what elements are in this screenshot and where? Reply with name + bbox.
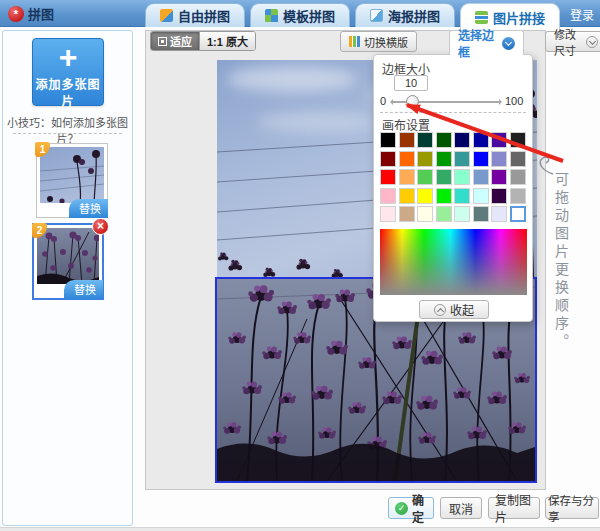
resize-button[interactable]: 修改尺寸	[545, 31, 600, 52]
thumbnail-photo-1	[40, 147, 104, 203]
collapse-button[interactable]: 收起	[419, 300, 489, 319]
border-settings-panel: 边框大小 0 100 画布设置 收起	[373, 54, 533, 322]
bottom-strip	[0, 527, 600, 531]
color-palette	[380, 132, 526, 222]
confirm-button[interactable]: ✓ 确定	[388, 497, 434, 519]
color-swatch[interactable]	[473, 169, 489, 185]
thumbnail-photo-2-art	[37, 228, 99, 284]
template-collage-icon	[265, 9, 278, 22]
original-size-button[interactable]: 1:1 原大	[199, 32, 255, 50]
color-swatch[interactable]	[491, 206, 507, 222]
fit-view-button[interactable]: 适应	[151, 32, 199, 50]
color-swatch[interactable]	[399, 132, 415, 148]
thumbnail-photo-2	[37, 228, 99, 284]
color-swatch[interactable]	[454, 169, 470, 185]
login-link[interactable]: 登录	[570, 6, 594, 23]
color-swatch[interactable]	[399, 188, 415, 204]
color-swatch[interactable]	[454, 132, 470, 148]
app-window: * 拼图 自由拼图 模板拼图 海报拼图 图片拼接 登录 +	[0, 0, 600, 531]
free-collage-icon	[160, 9, 173, 22]
add-images-label: 添加多张图片	[33, 75, 103, 109]
color-swatch[interactable]	[454, 188, 470, 204]
save-share-button[interactable]: 保存与分享	[545, 497, 599, 519]
handwritten-note: 可拖动图片更换顺序。	[551, 172, 571, 352]
canvas-settings-label: 画布设置	[382, 116, 430, 133]
color-swatch[interactable]	[436, 206, 452, 222]
divider	[13, 133, 122, 134]
color-swatch[interactable]	[436, 188, 452, 204]
color-swatch[interactable]	[436, 132, 452, 148]
divider	[380, 112, 526, 113]
tab-free-collage[interactable]: 自由拼图	[145, 3, 245, 27]
color-swatch[interactable]	[510, 169, 526, 185]
replace-button[interactable]: 替换	[69, 199, 108, 218]
thumbnail-item-1[interactable]: 1 替换	[36, 143, 108, 218]
collapse-label: 收起	[450, 301, 474, 318]
color-swatch[interactable]	[417, 132, 433, 148]
color-swatch[interactable]	[417, 169, 433, 185]
border-size-slider: 0 100	[374, 94, 532, 110]
color-swatch[interactable]	[399, 206, 415, 222]
color-swatch[interactable]	[417, 151, 433, 167]
confirm-label: 确定	[412, 491, 427, 525]
border-size-input[interactable]	[394, 75, 428, 91]
color-swatch[interactable]	[491, 188, 507, 204]
color-swatch[interactable]	[454, 151, 470, 167]
color-swatch[interactable]	[417, 206, 433, 222]
tab-template-collage[interactable]: 模板拼图	[250, 3, 350, 27]
color-swatch[interactable]	[417, 188, 433, 204]
cancel-label: 取消	[449, 500, 473, 517]
image-stitch-icon	[475, 11, 488, 24]
color-swatch[interactable]	[454, 206, 470, 222]
switch-layout-button[interactable]: 切换横版	[340, 31, 417, 52]
plus-icon: +	[33, 39, 103, 75]
color-swatch[interactable]	[436, 151, 452, 167]
color-swatch[interactable]	[380, 169, 396, 185]
replace-button[interactable]: 替换	[64, 280, 103, 299]
color-swatch[interactable]	[510, 206, 526, 222]
cancel-button[interactable]: 取消	[440, 497, 482, 519]
save-share-label: 保存与分享	[548, 492, 596, 524]
color-swatch[interactable]	[491, 169, 507, 185]
color-swatch[interactable]	[380, 132, 396, 148]
slider-track[interactable]	[391, 101, 501, 103]
color-swatch[interactable]	[399, 169, 415, 185]
original-size-label: 1:1 原大	[207, 33, 248, 49]
layout-bars-icon	[349, 36, 360, 47]
color-swatch[interactable]	[380, 206, 396, 222]
zoom-mode-group: 适应 1:1 原大	[150, 31, 256, 51]
tab-label: 海报拼图	[388, 6, 440, 25]
fit-label: 适应	[170, 33, 192, 49]
slider-min-label: 0	[380, 95, 386, 107]
color-swatch[interactable]	[510, 132, 526, 148]
color-swatch[interactable]	[510, 188, 526, 204]
color-swatch[interactable]	[473, 188, 489, 204]
color-swatch[interactable]	[510, 151, 526, 167]
color-swatch[interactable]	[473, 132, 489, 148]
color-swatch[interactable]	[380, 188, 396, 204]
slider-max-label: 100	[505, 95, 523, 107]
color-swatch[interactable]	[473, 151, 489, 167]
tab-label: 模板拼图	[283, 6, 335, 25]
select-border-button[interactable]: 选择边框	[449, 30, 524, 55]
logo-icon: *	[8, 6, 24, 22]
copy-image-button[interactable]: 复制图片	[488, 497, 540, 519]
tab-poster-collage[interactable]: 海报拼图	[355, 3, 455, 27]
slider-handle[interactable]	[406, 95, 419, 108]
color-swatch[interactable]	[380, 151, 396, 167]
color-swatch[interactable]	[399, 151, 415, 167]
thumbnail-photo-1-art	[40, 147, 104, 203]
thumbnail-item-2[interactable]: 2 × 替换	[32, 223, 104, 300]
color-swatch[interactable]	[491, 132, 507, 148]
remove-thumbnail-button[interactable]: ×	[92, 218, 109, 235]
color-swatch[interactable]	[491, 151, 507, 167]
color-swatch[interactable]	[436, 169, 452, 185]
color-swatch[interactable]	[473, 206, 489, 222]
sidebar: + 添加多张图片 小技巧：如何添加多张图片？ 1	[2, 30, 133, 526]
tab-label: 自由拼图	[178, 6, 230, 25]
app-logo: * 拼图	[8, 4, 54, 23]
chevron-up-icon	[434, 304, 446, 316]
tip-link[interactable]: 小技巧：如何添加多张图片？	[3, 114, 132, 146]
add-images-button[interactable]: + 添加多张图片	[32, 38, 104, 106]
color-gradient-picker[interactable]	[380, 229, 527, 295]
